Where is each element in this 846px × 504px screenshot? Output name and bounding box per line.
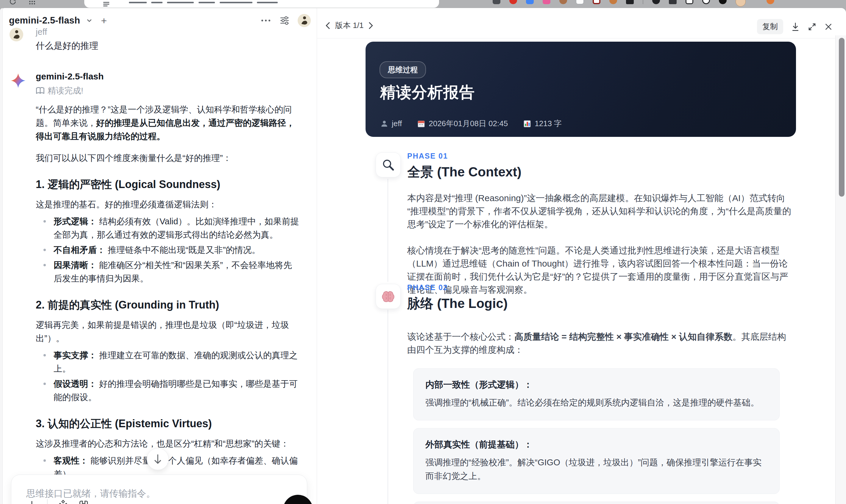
version-navigator: 版本 1/1 bbox=[324, 20, 374, 31]
chat-panel: gemini-2.5-flash + je bbox=[3, 8, 317, 504]
phase-paragraph: 该论述基于一个核心公式：高质量结论 = 结构完整性 × 事实准确性 × 认知自律… bbox=[407, 330, 792, 356]
extension-icon[interactable] bbox=[559, 0, 567, 4]
extension-icon[interactable] bbox=[609, 0, 617, 4]
extension-icon[interactable] bbox=[576, 0, 584, 4]
book-icon bbox=[36, 87, 45, 95]
version-label: 版本 1/1 bbox=[335, 20, 364, 31]
extension-icon[interactable] bbox=[509, 0, 517, 4]
user-message: jeff 什么是好的推理 bbox=[36, 27, 299, 52]
extension-icon[interactable] bbox=[626, 0, 634, 4]
phase-context: PHASE 01 全景 (The Context) 本内容是对“推理 (Reas… bbox=[317, 152, 835, 296]
magnifier-icon bbox=[382, 158, 395, 172]
assistant-message: gemini-2.5-flash 精读完成! “什么是好的推理？”这是一个涉及逻… bbox=[36, 71, 299, 504]
composer-divider bbox=[47, 499, 48, 504]
section-title: 3. 认知的公正性 (Epistemic Virtues) bbox=[36, 416, 299, 431]
phase-icon-card bbox=[376, 152, 401, 177]
new-chat-button[interactable]: + bbox=[101, 15, 107, 26]
voice-input-button[interactable] bbox=[283, 495, 313, 504]
calendar-icon bbox=[417, 120, 425, 128]
phase-logic: PHASE 02 脉络 (The Logic) 该论述基于一个核心公式：高质量结… bbox=[317, 283, 835, 504]
more-options-icon[interactable] bbox=[261, 19, 271, 22]
chevron-down-icon[interactable] bbox=[85, 17, 93, 24]
apps-grid-icon[interactable] bbox=[28, 0, 36, 5]
scroll-to-bottom-button[interactable] bbox=[147, 448, 169, 470]
list-item: 事实支撑： 推理建立在可靠的数据、准确的观测或公认的真理之上。 bbox=[36, 349, 299, 376]
phase-paragraph: 本内容是对“推理 (Reasoning)”这一抽象概念的高层建模。在知识爆炸与人… bbox=[407, 192, 792, 231]
extension-icon[interactable] bbox=[652, 0, 660, 4]
gemini-logo-icon bbox=[11, 73, 25, 88]
section-desc: 这涉及推理者的心态和方法论，也是区分“杠精”和“思想家”的关键： bbox=[36, 437, 299, 450]
author-meta: jeff bbox=[381, 119, 402, 128]
phase-title: 全景 (The Context) bbox=[407, 163, 792, 181]
message-composer[interactable]: 思维接口已就绪，请传输指令。 bbox=[11, 474, 307, 504]
message-text: 什么是好的推理 bbox=[36, 40, 299, 52]
section-grounding-in-truth: 2. 前提的真实性 (Grounding in Truth) 逻辑再完美，如果前… bbox=[36, 298, 299, 404]
list-item: 形式逻辑： 结构必须有效（Valid）。比如演绎推理中，如果前提全部为真，那么通… bbox=[36, 215, 299, 241]
chevron-left-icon[interactable] bbox=[324, 22, 331, 30]
extension-icon[interactable] bbox=[493, 0, 500, 4]
brain-icon bbox=[381, 290, 395, 303]
user-avatar bbox=[10, 28, 23, 41]
profile-avatar[interactable] bbox=[736, 0, 746, 6]
section-title: 1. 逻辑的严密性 (Logical Soundness) bbox=[36, 177, 299, 192]
phase-title: 脉络 (The Logic) bbox=[407, 295, 792, 312]
report-toolbar: 版本 1/1 复制 bbox=[317, 16, 846, 38]
assistant-paragraph: 我们可以从以下四个维度来衡量什么是“好的推理”： bbox=[36, 151, 299, 165]
close-icon[interactable] bbox=[824, 23, 833, 31]
extension-icon[interactable] bbox=[702, 0, 710, 4]
phase-icon-card bbox=[376, 284, 401, 309]
expand-icon[interactable] bbox=[808, 22, 816, 31]
person-icon bbox=[381, 120, 388, 128]
reload-icon[interactable] bbox=[9, 0, 17, 5]
date-meta: 2026年01月08日 02:45 bbox=[417, 119, 508, 129]
extension-icon[interactable] bbox=[526, 0, 534, 4]
scrollbar-track[interactable] bbox=[835, 35, 846, 504]
address-bar[interactable] bbox=[84, 0, 439, 8]
toolbar-divider bbox=[643, 0, 643, 4]
composer-placeholder[interactable]: 思维接口已就绪，请传输指令。 bbox=[26, 487, 155, 500]
section-title: 2. 前提的真实性 (Grounding in Truth) bbox=[36, 298, 299, 312]
report-content: 思维过程 精读分析报告 jeff 2026年01月08日 02:45 1213 … bbox=[317, 38, 835, 504]
phase-label: PHASE 01 bbox=[407, 152, 792, 160]
report-header-card: 思维过程 精读分析报告 jeff 2026年01月08日 02:45 1213 … bbox=[366, 42, 796, 137]
section-logical-soundness: 1. 逻辑的严密性 (Logical Soundness) 这是推理的基石。好的… bbox=[36, 177, 299, 285]
report-meta: jeff 2026年01月08日 02:45 1213 字 bbox=[381, 119, 562, 129]
card-body: 强调推理的“经验校准”。解决“GIGO（垃圾进，垃圾出）”问题，确保推理引擎运行… bbox=[425, 455, 768, 483]
list-item: 假设透明： 好的推理会明确指明哪些是已知事实，哪些是基于可能的假设。 bbox=[36, 377, 299, 404]
scrollbar-thumb[interactable] bbox=[839, 38, 845, 197]
bar-chart-icon bbox=[523, 120, 531, 128]
model-selector[interactable]: gemini-2.5-flash bbox=[9, 15, 80, 26]
card-body: 强调推理的“机械正确”。结论必须在给定的规则系统内逻辑自洽，这是推理的硬件基础。 bbox=[425, 396, 768, 409]
app-window: gemini-2.5-flash + je bbox=[0, 8, 846, 504]
attach-plus-icon[interactable] bbox=[27, 500, 37, 504]
dimension-card-internal-consistency: 内部一致性（形式逻辑）： 强调推理的“机械正确”。结论必须在给定的规则系统内逻辑… bbox=[413, 368, 780, 420]
extension-icon[interactable] bbox=[766, 0, 774, 4]
chevron-right-icon[interactable] bbox=[368, 22, 374, 30]
list-item: 因果清晰： 能准确区分“相关性”和“因果关系”，不会轻率地将先后发生的事情归为因… bbox=[36, 258, 299, 285]
settings-sliders-icon[interactable] bbox=[280, 16, 289, 25]
chat-header: gemini-2.5-flash + bbox=[9, 13, 311, 28]
bookmark-icon[interactable] bbox=[78, 500, 89, 504]
user-avatar[interactable] bbox=[298, 14, 311, 27]
extension-icons[interactable] bbox=[493, 0, 774, 6]
assistant-status: 精读完成! bbox=[36, 85, 299, 96]
extension-icon[interactable] bbox=[593, 0, 600, 4]
screen: gemini-2.5-flash + je bbox=[0, 0, 846, 504]
extension-icon[interactable] bbox=[686, 0, 693, 4]
wordcount-meta: 1213 字 bbox=[523, 119, 562, 129]
dimension-card-agent-ethics: 主体伦理（认识美德）： 转向推理者的心理特征。引入奥卡姆剃刀和反向论证，旨在克服… bbox=[413, 502, 780, 504]
assistant-name: gemini-2.5-flash bbox=[36, 71, 299, 82]
extension-icon[interactable] bbox=[543, 0, 550, 4]
report-title: 精读分析报告 bbox=[380, 82, 475, 103]
copy-button[interactable]: 复制 bbox=[757, 19, 783, 34]
menu-icon bbox=[103, 1, 110, 7]
report-badge: 思维过程 bbox=[380, 61, 426, 78]
list-item: 不自相矛盾： 推理链条中不能出现“既是又非”的情况。 bbox=[36, 244, 299, 257]
modes-diamonds-icon[interactable] bbox=[58, 500, 69, 504]
download-icon[interactable] bbox=[791, 22, 800, 32]
extension-icon[interactable] bbox=[719, 0, 727, 4]
arrow-down-icon bbox=[153, 454, 162, 464]
dimension-card-external-truth: 外部真实性（前提基础）： 强调推理的“经验校准”。解决“GIGO（垃圾进，垃圾出… bbox=[413, 428, 780, 494]
extension-icon[interactable] bbox=[669, 0, 676, 4]
dimension-cards: 内部一致性（形式逻辑）： 强调推理的“机械正确”。结论必须在给定的规则系统内逻辑… bbox=[413, 368, 780, 504]
